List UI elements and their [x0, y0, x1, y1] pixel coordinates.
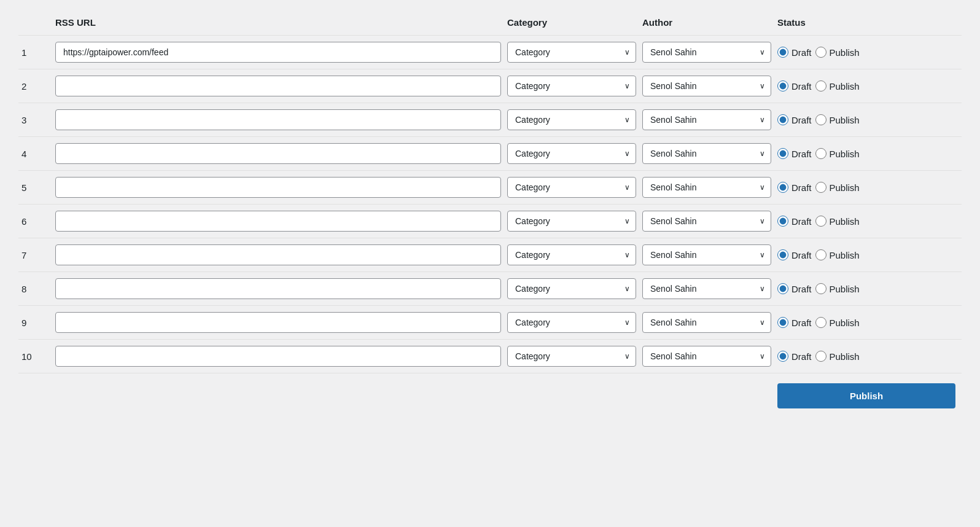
- status-radio-group: DraftPublish: [777, 283, 962, 294]
- author-select-wrapper: Senol Sahin∨: [642, 109, 771, 130]
- author-select[interactable]: Senol Sahin: [642, 346, 771, 367]
- publish-radio[interactable]: [815, 114, 826, 125]
- draft-radio[interactable]: [777, 216, 788, 227]
- table-header: RSS URL Category Author Status: [18, 12, 962, 35]
- rss-url-input[interactable]: [55, 278, 501, 299]
- rss-url-input[interactable]: [55, 42, 501, 63]
- draft-radio[interactable]: [777, 47, 788, 58]
- draft-radio[interactable]: [777, 114, 788, 125]
- publish-radio[interactable]: [815, 80, 826, 92]
- row-number: 2: [18, 81, 55, 92]
- category-select[interactable]: Category: [507, 312, 636, 333]
- publish-radio[interactable]: [815, 351, 826, 362]
- category-select[interactable]: Category: [507, 109, 636, 130]
- rss-url-input[interactable]: [55, 346, 501, 367]
- rss-url-input[interactable]: [55, 244, 501, 265]
- author-select[interactable]: Senol Sahin: [642, 278, 771, 299]
- status-radio-group: DraftPublish: [777, 249, 962, 260]
- row-number: 3: [18, 115, 55, 125]
- status-radio-group: DraftPublish: [777, 182, 962, 193]
- author-select[interactable]: Senol Sahin: [642, 177, 771, 198]
- publish-radio[interactable]: [815, 182, 826, 193]
- author-select-wrapper: Senol Sahin∨: [642, 244, 771, 265]
- category-select[interactable]: Category: [507, 42, 636, 63]
- draft-radio-label[interactable]: Draft: [777, 317, 812, 328]
- publish-radio-label[interactable]: Publish: [815, 182, 860, 193]
- draft-radio-label[interactable]: Draft: [777, 114, 812, 125]
- publish-radio-label[interactable]: Publish: [815, 249, 860, 260]
- category-select[interactable]: Category: [507, 76, 636, 96]
- draft-radio[interactable]: [777, 249, 788, 260]
- footer-row: Publish: [18, 373, 962, 413]
- draft-radio-label[interactable]: Draft: [777, 148, 812, 159]
- publish-radio[interactable]: [815, 283, 826, 294]
- author-select[interactable]: Senol Sahin: [642, 211, 771, 232]
- author-select[interactable]: Senol Sahin: [642, 76, 771, 96]
- publish-radio-label[interactable]: Publish: [815, 148, 860, 159]
- rss-url-input[interactable]: [55, 109, 501, 130]
- publish-radio[interactable]: [815, 216, 826, 227]
- category-select[interactable]: Category: [507, 143, 636, 164]
- draft-label: Draft: [791, 81, 812, 92]
- publish-radio-label[interactable]: Publish: [815, 351, 860, 362]
- publish-label: Publish: [830, 216, 860, 227]
- author-select-wrapper: Senol Sahin∨: [642, 211, 771, 232]
- publish-radio-label[interactable]: Publish: [815, 216, 860, 227]
- publish-label: Publish: [830, 182, 860, 193]
- publish-radio-label[interactable]: Publish: [815, 80, 860, 92]
- category-select-wrapper: Category∨: [507, 143, 636, 164]
- table-row: 3Category∨Senol Sahin∨DraftPublish: [18, 103, 962, 136]
- category-select-wrapper: Category∨: [507, 177, 636, 198]
- draft-radio-label[interactable]: Draft: [777, 80, 812, 92]
- category-select-wrapper: Category∨: [507, 244, 636, 265]
- category-select[interactable]: Category: [507, 244, 636, 265]
- author-select[interactable]: Senol Sahin: [642, 42, 771, 63]
- row-number: 10: [18, 351, 55, 362]
- publish-radio[interactable]: [815, 47, 826, 58]
- draft-radio-label[interactable]: Draft: [777, 47, 812, 58]
- category-select[interactable]: Category: [507, 177, 636, 198]
- publish-label: Publish: [830, 81, 860, 92]
- publish-radio[interactable]: [815, 249, 826, 260]
- rss-url-input[interactable]: [55, 312, 501, 333]
- author-select[interactable]: Senol Sahin: [642, 143, 771, 164]
- draft-radio-label[interactable]: Draft: [777, 351, 812, 362]
- draft-radio-label[interactable]: Draft: [777, 283, 812, 294]
- row-number: 5: [18, 182, 55, 193]
- rows-container: 1Category∨Senol Sahin∨DraftPublish2Categ…: [18, 35, 962, 373]
- rss-url-input[interactable]: [55, 211, 501, 232]
- publish-radio-label[interactable]: Publish: [815, 47, 860, 58]
- author-select-wrapper: Senol Sahin∨: [642, 143, 771, 164]
- publish-label: Publish: [830, 284, 860, 294]
- author-select[interactable]: Senol Sahin: [642, 109, 771, 130]
- draft-radio-label[interactable]: Draft: [777, 182, 812, 193]
- category-select-wrapper: Category∨: [507, 109, 636, 130]
- draft-radio[interactable]: [777, 351, 788, 362]
- draft-radio[interactable]: [777, 80, 788, 92]
- category-select[interactable]: Category: [507, 211, 636, 232]
- table-row: 2Category∨Senol Sahin∨DraftPublish: [18, 69, 962, 103]
- status-radio-group: DraftPublish: [777, 80, 962, 92]
- draft-radio[interactable]: [777, 283, 788, 294]
- draft-label: Draft: [791, 318, 812, 328]
- publish-radio[interactable]: [815, 317, 826, 328]
- header-author: Author: [642, 17, 777, 28]
- publish-button[interactable]: Publish: [777, 383, 955, 408]
- author-select[interactable]: Senol Sahin: [642, 312, 771, 333]
- category-select[interactable]: Category: [507, 278, 636, 299]
- publish-radio-label[interactable]: Publish: [815, 283, 860, 294]
- draft-radio[interactable]: [777, 317, 788, 328]
- publish-radio-label[interactable]: Publish: [815, 317, 860, 328]
- draft-radio[interactable]: [777, 148, 788, 159]
- draft-radio-label[interactable]: Draft: [777, 216, 812, 227]
- publish-radio[interactable]: [815, 148, 826, 159]
- draft-radio-label[interactable]: Draft: [777, 249, 812, 260]
- rss-url-input[interactable]: [55, 143, 501, 164]
- rss-url-input[interactable]: [55, 76, 501, 96]
- publish-radio-label[interactable]: Publish: [815, 114, 860, 125]
- author-select[interactable]: Senol Sahin: [642, 244, 771, 265]
- draft-radio[interactable]: [777, 182, 788, 193]
- rss-url-input[interactable]: [55, 177, 501, 198]
- rss-table: RSS URL Category Author Status 1Category…: [18, 12, 962, 413]
- category-select[interactable]: Category: [507, 346, 636, 367]
